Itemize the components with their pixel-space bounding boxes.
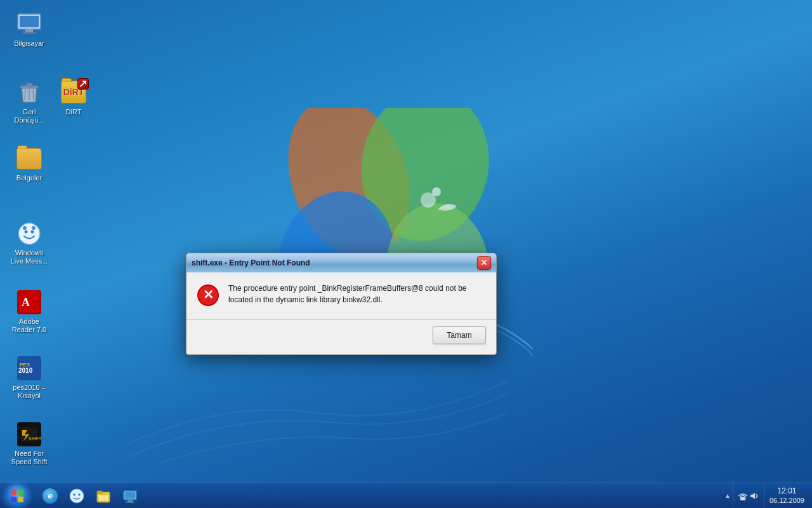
dialog-message-text: The procedure entry point _BinkRegisterF… [228,283,467,305]
svg-point-17 [31,231,34,234]
svg-rect-33 [18,497,23,502]
network-icon [738,491,748,501]
svg-point-18 [23,226,27,230]
desktop-icon-bilgisayar[interactable]: Bilgisayar [6,9,52,50]
svg-point-19 [32,226,36,230]
dialog-message-row: ✕ The procedure entry point _BinkRegiste… [197,283,486,307]
taskbar-icon-explorer[interactable] [91,485,116,507]
show-hidden-icons-button[interactable]: ▲ [723,485,733,507]
svg-rect-42 [128,500,133,502]
system-clock[interactable]: 12:01 06.12.2009 [764,483,809,508]
dialog-close-button[interactable]: ✕ [477,256,491,270]
system-tray: ▲ 12:01 [723,483,812,508]
volume-icon [749,491,759,501]
svg-point-5 [432,187,441,196]
desktop-icon-belgeler[interactable]: Belgeler [6,144,52,185]
svg-rect-31 [18,490,23,495]
svg-text:A: A [22,296,30,309]
svg-point-36 [78,493,81,496]
svg-point-15 [18,223,40,244]
taskbar-icon-wlm[interactable] [64,485,89,507]
svg-line-14 [33,90,34,100]
dialog-title: shift.exe - Entry Point Not Found [192,258,477,267]
svg-rect-38 [97,491,102,493]
taskbar-icon-ie[interactable]: e [37,485,63,507]
svg-rect-30 [11,490,16,495]
svg-rect-44 [740,497,745,500]
dialog-separator [187,319,496,320]
error-dialog: shift.exe - Entry Point Not Found ✕ ✕ Th… [186,253,497,355]
svg-rect-41 [125,492,135,498]
svg-rect-7 [20,16,39,27]
start-button[interactable] [0,483,34,509]
svg-rect-32 [11,497,16,502]
ok-button[interactable]: Tamam [433,326,486,344]
desktop-icon-dirt[interactable]: DiRT DiRT [51,77,96,119]
wlm-taskbar-icon [69,488,84,504]
error-icon: ✕ [197,284,219,307]
taskbar-icon-show-desktop[interactable] [117,485,143,507]
clock-time: 12:01 [777,486,796,497]
tray-network-icon[interactable] [737,485,749,507]
start-orb[interactable] [6,485,29,507]
svg-point-35 [73,493,75,496]
desktop-icon-geri-donusum[interactable]: Geri Dönüşü... [6,77,52,127]
dialog-content: ✕ The procedure entry point _BinkRegiste… [187,272,496,354]
svg-line-12 [25,90,25,100]
svg-rect-8 [25,29,33,32]
dialog-buttons: Tamam [197,326,486,349]
explorer-icon [96,488,111,504]
dialog-titlebar[interactable]: shift.exe - Entry Point Not Found ✕ [187,253,496,272]
svg-text:SHIFT: SHIFT [29,436,41,441]
svg-rect-9 [23,32,36,34]
svg-rect-11 [26,83,32,86]
svg-rect-43 [126,502,134,503]
clock-date: 06.12.2009 [769,496,804,505]
show-desktop-icon [122,488,138,504]
desktop-icon-pes2010[interactable]: PES 2010 pes2010 – Kısayol [6,353,52,403]
svg-point-34 [70,489,84,503]
svg-point-16 [25,231,28,234]
svg-text:✕: ✕ [203,288,214,302]
desktop-icon-need-speed-shift[interactable]: SHIFT Need For Speed Shift [6,419,52,469]
svg-rect-39 [98,495,108,501]
desktop: Bilgisayar Geri Dönüşü... DiRT [0,0,812,508]
taskbar-icons: e [34,483,146,508]
tray-volume-icon[interactable] [749,485,760,507]
svg-text:2010: 2010 [18,367,33,374]
desktop-icon-wlm[interactable]: Windows Live Mess... [6,218,52,268]
desktop-icon-adobe-reader[interactable]: A Adobe Reader 7.0 [6,287,52,337]
windows-flag-icon [10,489,24,503]
tray-icons [733,483,764,508]
ie-icon: e [43,488,58,504]
taskbar: e [0,483,812,508]
